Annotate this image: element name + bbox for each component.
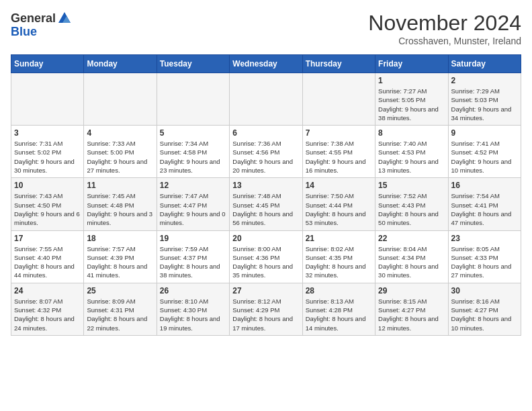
- day-info: Sunrise: 8:07 AM Sunset: 4:32 PM Dayligh…: [14, 297, 81, 332]
- calendar-cell: [230, 73, 302, 126]
- column-header-tuesday: Tuesday: [157, 55, 229, 73]
- column-header-saturday: Saturday: [448, 55, 521, 73]
- day-info: Sunrise: 7:52 AM Sunset: 4:43 PM Dayligh…: [378, 191, 445, 227]
- day-number: 10: [14, 181, 81, 190]
- day-info: Sunrise: 7:40 AM Sunset: 4:53 PM Dayligh…: [378, 139, 445, 175]
- day-info: Sunrise: 7:41 AM Sunset: 4:52 PM Dayligh…: [451, 139, 518, 175]
- day-number: 30: [451, 286, 518, 295]
- calendar-cell: [157, 73, 229, 126]
- title-area: November 2024 Crosshaven, Munster, Irela…: [368, 11, 521, 46]
- calendar-cell: 2Sunrise: 7:29 AM Sunset: 5:03 PM Daylig…: [448, 73, 521, 126]
- day-info: Sunrise: 7:57 AM Sunset: 4:39 PM Dayligh…: [87, 244, 153, 280]
- logo-general: General: [11, 12, 56, 24]
- column-header-thursday: Thursday: [302, 55, 375, 73]
- column-header-friday: Friday: [375, 55, 448, 73]
- day-number: 21: [306, 234, 372, 243]
- day-info: Sunrise: 7:38 AM Sunset: 4:55 PM Dayligh…: [306, 139, 372, 175]
- calendar-cell: [84, 73, 157, 126]
- day-info: Sunrise: 7:48 AM Sunset: 4:45 PM Dayligh…: [232, 191, 299, 227]
- calendar-cell: 26Sunrise: 8:10 AM Sunset: 4:30 PM Dayli…: [157, 283, 229, 335]
- day-info: Sunrise: 8:00 AM Sunset: 4:36 PM Dayligh…: [232, 244, 299, 280]
- day-number: 26: [160, 286, 226, 295]
- calendar-cell: 27Sunrise: 8:12 AM Sunset: 4:29 PM Dayli…: [230, 283, 302, 335]
- day-number: 7: [306, 128, 372, 138]
- day-number: 20: [232, 234, 299, 243]
- day-number: 6: [232, 128, 299, 138]
- day-info: Sunrise: 8:13 AM Sunset: 4:28 PM Dayligh…: [306, 297, 372, 332]
- calendar-cell: 1Sunrise: 7:27 AM Sunset: 5:05 PM Daylig…: [375, 73, 448, 126]
- day-number: 8: [378, 128, 445, 138]
- day-info: Sunrise: 7:50 AM Sunset: 4:44 PM Dayligh…: [306, 191, 372, 227]
- day-info: Sunrise: 7:55 AM Sunset: 4:40 PM Dayligh…: [14, 244, 81, 280]
- calendar-cell: 15Sunrise: 7:52 AM Sunset: 4:43 PM Dayli…: [375, 178, 448, 230]
- calendar-cell: 13Sunrise: 7:48 AM Sunset: 4:45 PM Dayli…: [230, 178, 302, 230]
- calendar-cell: 25Sunrise: 8:09 AM Sunset: 4:31 PM Dayli…: [84, 283, 157, 335]
- calendar-cell: 20Sunrise: 8:00 AM Sunset: 4:36 PM Dayli…: [230, 230, 302, 283]
- calendar-cell: 4Sunrise: 7:33 AM Sunset: 5:00 PM Daylig…: [84, 126, 157, 178]
- calendar-cell: 28Sunrise: 8:13 AM Sunset: 4:28 PM Dayli…: [302, 283, 375, 335]
- day-info: Sunrise: 8:02 AM Sunset: 4:35 PM Dayligh…: [306, 244, 372, 280]
- day-info: Sunrise: 7:33 AM Sunset: 5:00 PM Dayligh…: [87, 139, 153, 175]
- day-info: Sunrise: 8:16 AM Sunset: 4:27 PM Dayligh…: [451, 297, 518, 332]
- day-info: Sunrise: 8:05 AM Sunset: 4:33 PM Dayligh…: [451, 244, 518, 280]
- day-info: Sunrise: 7:36 AM Sunset: 4:56 PM Dayligh…: [232, 139, 299, 175]
- column-header-sunday: Sunday: [11, 55, 84, 73]
- calendar-cell: 30Sunrise: 8:16 AM Sunset: 4:27 PM Dayli…: [448, 283, 521, 335]
- day-number: 23: [451, 234, 518, 243]
- week-row-4: 17Sunrise: 7:55 AM Sunset: 4:40 PM Dayli…: [11, 230, 521, 283]
- calendar-table: SundayMondayTuesdayWednesdayThursdayFrid…: [11, 54, 521, 336]
- calendar-title: November 2024: [368, 11, 521, 36]
- calendar-cell: 5Sunrise: 7:34 AM Sunset: 4:58 PM Daylig…: [157, 126, 229, 178]
- calendar-subtitle: Crosshaven, Munster, Ireland: [368, 36, 521, 46]
- calendar-cell: 22Sunrise: 8:04 AM Sunset: 4:34 PM Dayli…: [375, 230, 448, 283]
- day-info: Sunrise: 7:45 AM Sunset: 4:48 PM Dayligh…: [87, 191, 153, 227]
- day-number: 5: [160, 128, 226, 138]
- calendar-cell: 7Sunrise: 7:38 AM Sunset: 4:55 PM Daylig…: [302, 126, 375, 178]
- calendar-cell: [302, 73, 375, 126]
- calendar-cell: 21Sunrise: 8:02 AM Sunset: 4:35 PM Dayli…: [302, 230, 375, 283]
- day-number: 1: [378, 76, 445, 85]
- calendar-cell: 19Sunrise: 7:59 AM Sunset: 4:37 PM Dayli…: [157, 230, 229, 283]
- day-number: 4: [87, 128, 153, 138]
- calendar-cell: 3Sunrise: 7:31 AM Sunset: 5:02 PM Daylig…: [11, 126, 84, 178]
- day-info: Sunrise: 7:27 AM Sunset: 5:05 PM Dayligh…: [378, 87, 445, 122]
- week-row-5: 24Sunrise: 8:07 AM Sunset: 4:32 PM Dayli…: [11, 283, 521, 335]
- day-number: 12: [160, 181, 226, 190]
- day-number: 11: [87, 181, 153, 190]
- day-info: Sunrise: 8:12 AM Sunset: 4:29 PM Dayligh…: [232, 297, 299, 332]
- calendar-cell: 14Sunrise: 7:50 AM Sunset: 4:44 PM Dayli…: [302, 178, 375, 230]
- week-row-3: 10Sunrise: 7:43 AM Sunset: 4:50 PM Dayli…: [11, 178, 521, 230]
- day-number: 27: [232, 286, 299, 295]
- calendar-cell: 29Sunrise: 8:15 AM Sunset: 4:27 PM Dayli…: [375, 283, 448, 335]
- day-info: Sunrise: 7:47 AM Sunset: 4:47 PM Dayligh…: [160, 191, 226, 227]
- calendar-cell: 17Sunrise: 7:55 AM Sunset: 4:40 PM Dayli…: [11, 230, 84, 283]
- column-header-monday: Monday: [84, 55, 157, 73]
- week-row-1: 1Sunrise: 7:27 AM Sunset: 5:05 PM Daylig…: [11, 73, 521, 126]
- calendar-cell: 8Sunrise: 7:40 AM Sunset: 4:53 PM Daylig…: [375, 126, 448, 178]
- calendar-cell: 23Sunrise: 8:05 AM Sunset: 4:33 PM Dayli…: [448, 230, 521, 283]
- logo-blue: Blue: [11, 26, 37, 38]
- day-info: Sunrise: 8:10 AM Sunset: 4:30 PM Dayligh…: [160, 297, 226, 332]
- day-info: Sunrise: 7:54 AM Sunset: 4:41 PM Dayligh…: [451, 191, 518, 227]
- day-number: 13: [232, 181, 299, 190]
- day-number: 19: [160, 234, 226, 243]
- day-number: 29: [378, 286, 445, 295]
- day-number: 14: [306, 181, 372, 190]
- calendar-cell: 10Sunrise: 7:43 AM Sunset: 4:50 PM Dayli…: [11, 178, 84, 230]
- day-number: 16: [451, 181, 518, 190]
- day-info: Sunrise: 7:43 AM Sunset: 4:50 PM Dayligh…: [14, 191, 81, 227]
- day-info: Sunrise: 8:09 AM Sunset: 4:31 PM Dayligh…: [87, 297, 153, 332]
- day-number: 22: [378, 234, 445, 243]
- calendar-cell: 6Sunrise: 7:36 AM Sunset: 4:56 PM Daylig…: [230, 126, 302, 178]
- logo: General Blue: [11, 11, 72, 38]
- day-number: 9: [451, 128, 518, 138]
- page-header: General Blue November 2024 Crosshaven, M…: [11, 11, 521, 46]
- calendar-cell: 16Sunrise: 7:54 AM Sunset: 4:41 PM Dayli…: [448, 178, 521, 230]
- calendar-cell: [11, 73, 84, 126]
- logo-icon: [57, 11, 72, 26]
- column-header-wednesday: Wednesday: [230, 55, 302, 73]
- day-number: 18: [87, 234, 153, 243]
- day-info: Sunrise: 7:29 AM Sunset: 5:03 PM Dayligh…: [451, 87, 518, 122]
- day-info: Sunrise: 8:15 AM Sunset: 4:27 PM Dayligh…: [378, 297, 445, 332]
- day-number: 3: [14, 128, 81, 138]
